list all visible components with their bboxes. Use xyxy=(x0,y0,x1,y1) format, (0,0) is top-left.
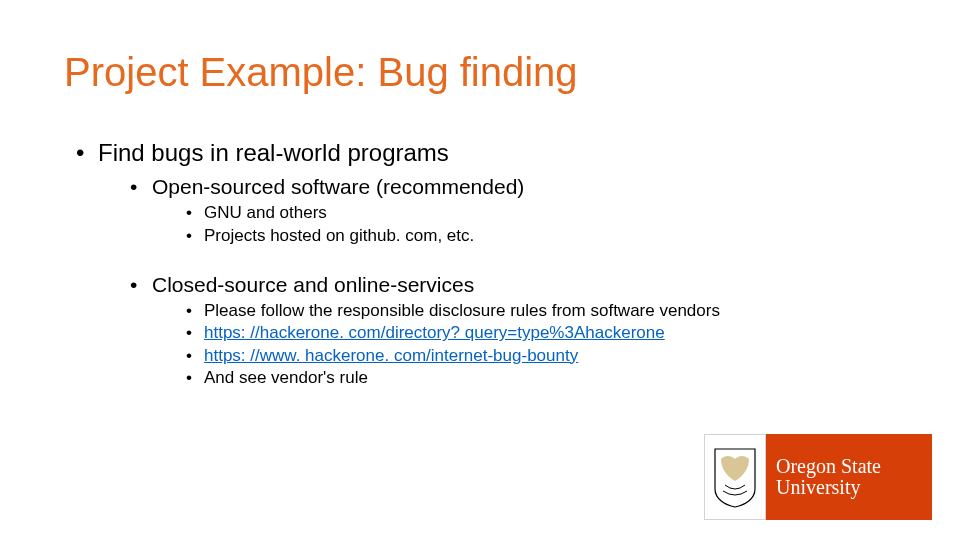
bullet-text: Projects hosted on github. com, etc. xyxy=(204,226,474,245)
osu-seal-icon xyxy=(704,434,766,520)
bullet-text: Open-sourced software (recommended) xyxy=(152,175,524,198)
spacer xyxy=(98,248,896,266)
bullet-text: Please follow the responsible disclosure… xyxy=(204,301,720,320)
bullet-level1: Find bugs in real-world programs Open-so… xyxy=(76,138,896,388)
osu-line2: University xyxy=(776,477,932,498)
bullet-level3: https: //www. hackerone. com/internet-bu… xyxy=(186,345,896,366)
bullet-level2: Open-sourced software (recommended) GNU … xyxy=(130,174,896,246)
bullet-level2: Closed-source and online-services Please… xyxy=(130,272,896,388)
slide-body: Find bugs in real-world programs Open-so… xyxy=(76,138,896,394)
osu-logo: Oregon State University xyxy=(704,434,932,520)
bullet-level3: GNU and others xyxy=(186,202,896,223)
bullet-text: Closed-source and online-services xyxy=(152,273,474,296)
osu-wordmark: Oregon State University xyxy=(766,434,932,520)
bullet-text: GNU and others xyxy=(204,203,327,222)
bullet-level3: https: //hackerone. com/directory? query… xyxy=(186,322,896,343)
link-text[interactable]: https: //hackerone. com/directory? query… xyxy=(204,323,665,342)
slide-title: Project Example: Bug finding xyxy=(64,50,578,95)
bullet-level3: Projects hosted on github. com, etc. xyxy=(186,225,896,246)
bullet-text: And see vendor's rule xyxy=(204,368,368,387)
bullet-level3: And see vendor's rule xyxy=(186,367,896,388)
bullet-text: Find bugs in real-world programs xyxy=(98,139,449,166)
osu-line1: Oregon State xyxy=(776,456,932,477)
link-text[interactable]: https: //www. hackerone. com/internet-bu… xyxy=(204,346,578,365)
slide: Project Example: Bug finding Find bugs i… xyxy=(0,0,960,540)
bullet-level3: Please follow the responsible disclosure… xyxy=(186,300,896,321)
